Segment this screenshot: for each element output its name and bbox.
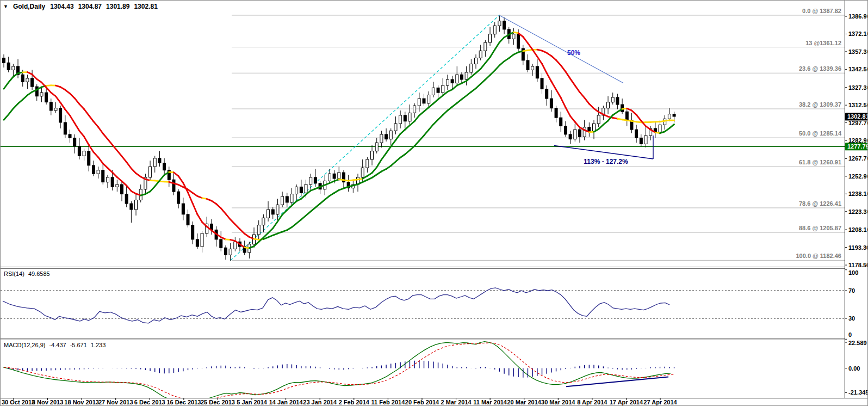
ma-fast-line [4, 32, 674, 248]
ohlc-values: 1304.43 1304.87 1301.89 1302.81 [50, 3, 158, 10]
date-tick-label: 2 Mar 2014 [441, 399, 472, 405]
macd-main-value: -4.437 [49, 342, 66, 348]
date-tick-label: 18 Nov 2013 [64, 399, 99, 405]
time-axis[interactable]: 30 Oct 20138 Nov 201318 Nov 201327 Nov 2… [1, 398, 867, 405]
price-tick-label: 1282.90 [848, 137, 867, 144]
panel-separator-main-rsi[interactable] [1, 267, 845, 269]
symbol-name: Gold,Daily [13, 3, 45, 10]
price-tick-label: 1238.10 [848, 190, 867, 197]
date-tick-label: 23 Jan 2014 [303, 399, 337, 405]
date-tick-label: 5 Jan 2014 [237, 399, 268, 405]
date-tick-label: 27 Apr 2014 [643, 399, 677, 405]
chart-canvas[interactable]: 0.0 @ 1387.8213 @1361.1223.6 @ 1339.3638… [1, 1, 867, 405]
macd-histogram [4, 360, 674, 377]
hline-price-badge-text: 1277.79 [847, 143, 867, 150]
price-tick-label: 1357.30 [848, 48, 867, 55]
macd-scale-label: 0.00 [848, 365, 860, 372]
price-tick-label: 1372.10 [848, 30, 867, 37]
high-value: 1304.87 [78, 3, 102, 10]
date-tick-label: 6 Dec 2013 [134, 399, 165, 405]
low-value: 1301.89 [106, 3, 129, 10]
price-tick-label: 1312.50 [848, 102, 867, 108]
price-tick-label: 1208.10 [848, 226, 867, 233]
macd-indicator-header: MACD(12,26,9) -4.437 -5.671 1.233 [4, 342, 106, 348]
fib-level-label: 61.8 @ 1260.91 [799, 159, 841, 165]
rsi-panel[interactable] [1, 288, 845, 323]
ma-slow-line [4, 50, 674, 239]
macd-signal-line [4, 343, 674, 401]
fib-level-label: 13 @1361.12 [805, 40, 841, 46]
date-tick-label: 2 Feb 2014 [339, 399, 370, 405]
panel-separator-rsi-macd[interactable] [1, 338, 845, 340]
macd-signal-value: -5.671 [70, 342, 87, 348]
rsi-line [3, 288, 669, 323]
price-tick-label: 1327.30 [848, 84, 867, 91]
trading-terminal-window: ▼ Gold,Daily 1304.43 1304.87 1301.89 130… [0, 0, 868, 406]
expansion-label: 113% - 127.2% [584, 158, 628, 165]
date-tick-label: 11 Mar 2014 [473, 399, 507, 405]
macd-main-line [3, 342, 671, 402]
date-tick-label: 11 Feb 2014 [371, 399, 405, 405]
date-tick-label: 20 Feb 2014 [405, 399, 439, 405]
date-tick-label: 8 Nov 2013 [32, 399, 63, 405]
rsi-level-label: 100 [848, 269, 858, 276]
price-tick-label: 1252.90 [848, 173, 867, 180]
fib-level-label: 38.2 @ 1309.37 [799, 101, 841, 108]
date-tick-label: 8 Apr 2014 [577, 399, 607, 405]
price-panel[interactable]: 0.0 @ 1387.8213 @1361.1223.6 @ 1339.3638… [1, 8, 845, 261]
fib-level-label: 100.0 @ 1182.46 [796, 253, 841, 259]
macd-label: MACD(12,26,9) [4, 342, 45, 348]
rsi-level-label: 30 [848, 315, 855, 322]
price-tick-label: 1223.30 [848, 208, 867, 215]
date-tick-label: 27 Nov 2013 [98, 399, 133, 405]
open-value: 1304.43 [50, 3, 73, 10]
rsi-level-label: 70 [848, 287, 855, 294]
date-tick-label: 16 Dec 2013 [166, 399, 201, 405]
rsi-level-label: 0 [848, 331, 852, 338]
macd-trendline[interactable] [566, 377, 668, 386]
fib-level-label: 78.6 @ 1226.41 [799, 200, 841, 207]
price-axis[interactable]: 1386.901372.101357.301342.501327.301312.… [845, 1, 867, 398]
price-tick-label: 1267.70 [848, 155, 867, 162]
date-tick-label: 20 Mar 2014 [507, 399, 542, 405]
price-tick-label: 1193.30 [848, 244, 867, 251]
close-value: 1302.81 [134, 3, 157, 10]
macd-scale-label: -21.345 [848, 389, 867, 396]
price-tick-label: 1386.90 [848, 13, 867, 20]
date-tick-label: 25 Dec 2013 [201, 399, 235, 405]
fib-level-label: 50.0 @ 1285.14 [799, 130, 842, 137]
price-tick-label: 1178.50 [848, 262, 867, 268]
date-tick-label: 14 Jan 2014 [269, 399, 303, 405]
rsi-indicator-header: RSI(14) 49.6585 [4, 270, 50, 277]
price-tick-label: 1297.70 [848, 120, 867, 126]
fifty-percent-label: 50% [567, 49, 580, 57]
symbol-dropdown-icon[interactable]: ▼ [3, 4, 8, 9]
macd-panel[interactable] [3, 342, 674, 402]
rsi-value: 49.6585 [28, 270, 50, 277]
fib-level-label: 23.6 @ 1339.36 [799, 65, 841, 72]
fib-level-label: 88.6 @ 1205.87 [799, 225, 841, 231]
chart-ohlc-header: ▼ Gold,Daily 1304.43 1304.87 1301.89 130… [3, 3, 158, 10]
price-tick-label: 1342.50 [848, 66, 867, 72]
fib-level-label: 0.0 @ 1387.82 [802, 8, 841, 14]
date-tick-label: 17 Apr 2014 [610, 399, 643, 405]
fibonacci-levels: 0.0 @ 1387.8213 @1361.1223.6 @ 1339.3638… [232, 8, 845, 260]
last-price-badge-text: 1302.81 [847, 113, 867, 120]
date-tick-label: 30 Oct 2013 [2, 399, 35, 405]
date-tick-label: 30 Mar 2014 [541, 399, 575, 405]
macd-scale-label: 22.589 [848, 340, 867, 346]
macd-hist-value: 1.233 [91, 342, 106, 348]
rsi-label: RSI(14) [4, 270, 24, 277]
fib-expansion-annotation[interactable]: 113% - 127.2% [554, 136, 653, 165]
